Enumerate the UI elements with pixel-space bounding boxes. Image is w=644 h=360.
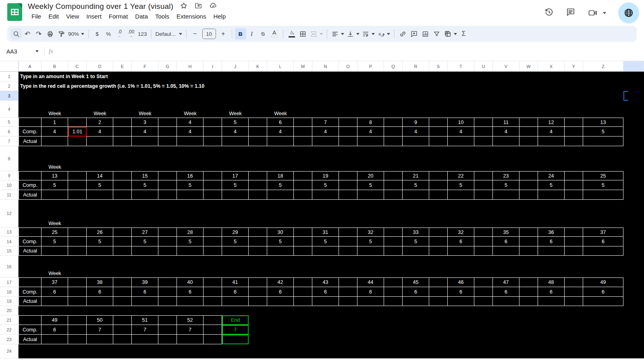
cell-I3[interactable] bbox=[204, 91, 222, 101]
column-header-K[interactable]: K bbox=[249, 61, 267, 72]
cell-Y19[interactable] bbox=[565, 297, 583, 306]
cell-A2[interactable]: Type in the red cell a percentage growth… bbox=[19, 81, 42, 91]
column-header-R[interactable]: R bbox=[403, 61, 429, 72]
cell-E22[interactable] bbox=[113, 325, 132, 335]
cell-Q24[interactable] bbox=[384, 344, 403, 358]
cell-X2[interactable] bbox=[538, 81, 565, 91]
cell-Q3[interactable] bbox=[384, 91, 403, 101]
cell-U1[interactable] bbox=[474, 72, 493, 81]
cell-G11[interactable] bbox=[158, 190, 177, 200]
cell-H12[interactable] bbox=[177, 200, 204, 228]
cell-Y7[interactable] bbox=[565, 137, 583, 146]
cell-M1[interactable] bbox=[294, 72, 312, 81]
cell-L20[interactable] bbox=[267, 306, 294, 315]
cell-U15[interactable] bbox=[474, 246, 493, 256]
cell-U13[interactable] bbox=[474, 228, 493, 237]
row-header-10[interactable]: 10 bbox=[0, 180, 19, 190]
cell-X3[interactable] bbox=[538, 91, 565, 101]
cell-AA2-partial[interactable] bbox=[623, 81, 644, 91]
cell-T23[interactable] bbox=[448, 335, 474, 344]
cell-O14[interactable] bbox=[339, 237, 357, 246]
cell-N6[interactable]: 4 bbox=[312, 127, 339, 137]
cell-Y10[interactable] bbox=[565, 180, 583, 190]
cell-Y2[interactable] bbox=[565, 81, 583, 91]
cell-N14[interactable]: 5 bbox=[312, 237, 339, 246]
cell-H21[interactable]: 52 bbox=[177, 315, 204, 325]
cell-J24[interactable] bbox=[222, 344, 249, 358]
cell-Z19[interactable] bbox=[583, 297, 623, 306]
cell-O19[interactable] bbox=[339, 297, 357, 306]
cell-T12[interactable] bbox=[448, 200, 474, 228]
cell-N20[interactable] bbox=[312, 306, 339, 315]
cell-K8[interactable] bbox=[249, 146, 267, 171]
cell-N16[interactable] bbox=[312, 256, 339, 277]
cell-K2[interactable] bbox=[249, 81, 267, 91]
cell-F10[interactable]: 5 bbox=[132, 180, 158, 190]
cell-U9[interactable] bbox=[474, 171, 493, 180]
cell-V1[interactable] bbox=[493, 72, 519, 81]
column-header-Y[interactable]: Y bbox=[565, 61, 583, 72]
more-formats-button[interactable]: 123 bbox=[137, 28, 148, 39]
cell-AA9-partial[interactable] bbox=[623, 171, 644, 180]
cell-O2[interactable] bbox=[339, 81, 357, 91]
italic-button[interactable]: I bbox=[246, 28, 258, 39]
cell-A9[interactable] bbox=[19, 171, 42, 180]
column-header-Z[interactable]: Z bbox=[583, 61, 623, 72]
cell-C17[interactable] bbox=[68, 277, 87, 287]
cell-S9[interactable] bbox=[429, 171, 448, 180]
cell-K1[interactable] bbox=[249, 72, 267, 81]
cell-K18[interactable] bbox=[249, 287, 267, 297]
cell-W16[interactable] bbox=[519, 256, 538, 277]
cell-O16[interactable] bbox=[339, 256, 357, 277]
cell-Q16[interactable] bbox=[384, 256, 403, 277]
cell-O24[interactable] bbox=[339, 344, 357, 358]
cell-F14[interactable]: 5 bbox=[132, 237, 158, 246]
cell-D24[interactable] bbox=[87, 344, 113, 358]
cell-R8[interactable] bbox=[403, 146, 429, 171]
cell-B16[interactable]: Week bbox=[42, 256, 68, 277]
cell-S23[interactable] bbox=[429, 335, 448, 344]
cell-H11[interactable] bbox=[177, 190, 204, 200]
cell-C23[interactable] bbox=[68, 335, 87, 344]
cell-C5[interactable] bbox=[68, 118, 87, 127]
row-header-22[interactable]: 22 bbox=[0, 325, 19, 335]
cell-P21[interactable] bbox=[357, 315, 384, 325]
cell-R23[interactable] bbox=[403, 335, 429, 344]
cell-H3[interactable] bbox=[177, 91, 204, 101]
cell-A8[interactable] bbox=[19, 146, 42, 171]
cell-Z5[interactable]: 13 bbox=[583, 118, 623, 127]
cell-K20[interactable] bbox=[249, 306, 267, 315]
cell-S8[interactable] bbox=[429, 146, 448, 171]
cell-R12[interactable] bbox=[403, 200, 429, 228]
cell-F7[interactable] bbox=[132, 137, 158, 146]
cell-F20[interactable] bbox=[132, 306, 158, 315]
cell-Z14[interactable]: 6 bbox=[583, 237, 623, 246]
cell-P24[interactable] bbox=[357, 344, 384, 358]
cell-W2[interactable] bbox=[519, 81, 538, 91]
cell-J13[interactable]: 29 bbox=[222, 228, 249, 237]
cell-O13[interactable] bbox=[339, 228, 357, 237]
cell-M19[interactable] bbox=[294, 297, 312, 306]
cell-M6[interactable] bbox=[294, 127, 312, 137]
cell-AA24-partial[interactable] bbox=[623, 344, 644, 358]
version-history-icon[interactable] bbox=[544, 7, 554, 19]
cell-U2[interactable] bbox=[474, 81, 493, 91]
row-header-18[interactable]: 18 bbox=[0, 287, 19, 297]
cell-F5[interactable]: 3 bbox=[132, 118, 158, 127]
cell-J19[interactable] bbox=[222, 297, 249, 306]
cell-I11[interactable] bbox=[204, 190, 222, 200]
cell-D14[interactable]: 5 bbox=[87, 237, 113, 246]
row-header-15[interactable]: 15 bbox=[0, 246, 19, 256]
cell-J4[interactable]: Week bbox=[222, 101, 249, 118]
cell-Q11[interactable] bbox=[384, 190, 403, 200]
cell-A4[interactable] bbox=[19, 101, 42, 118]
cell-V17[interactable]: 47 bbox=[493, 277, 519, 287]
cell-L18[interactable]: 6 bbox=[267, 287, 294, 297]
cell-J15[interactable] bbox=[222, 246, 249, 256]
cell-N24[interactable] bbox=[312, 344, 339, 358]
cell-G8[interactable] bbox=[158, 146, 177, 171]
cell-Q18[interactable] bbox=[384, 287, 403, 297]
cell-S2[interactable] bbox=[429, 81, 448, 91]
cell-I2[interactable] bbox=[204, 81, 222, 91]
cell-D7[interactable] bbox=[87, 137, 113, 146]
